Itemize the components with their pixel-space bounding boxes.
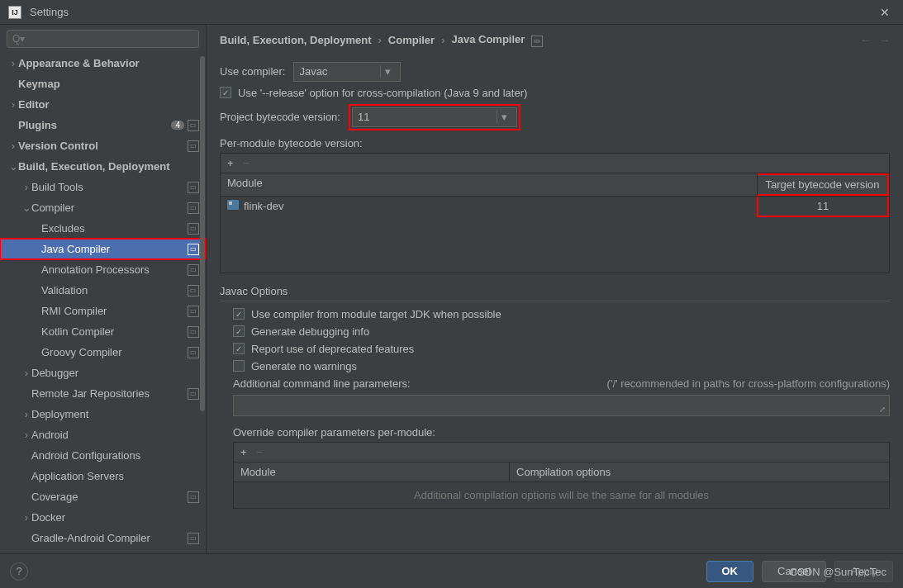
window-title: Settings (30, 6, 875, 18)
col2-module: Module (234, 462, 509, 481)
per-module-table: + − Module Target bytecode version flink… (220, 153, 890, 273)
module-cell[interactable]: flink-dev (221, 197, 757, 217)
sidebar-item-bed[interactable]: ⌄Build, Execution, Deployment (0, 156, 206, 177)
addl-params-input[interactable]: ⤢ (233, 395, 890, 416)
sidebar-item-excludes[interactable]: Excludes▭ (0, 218, 206, 239)
sidebar-item-android[interactable]: ›Android (0, 424, 206, 445)
nav-forward-icon[interactable]: → (879, 34, 890, 46)
sidebar-item-compiler[interactable]: ⌄Compiler▭ (0, 197, 206, 218)
project-scope-icon: ▭ (188, 533, 199, 544)
cancel-button[interactable]: Cancel (762, 561, 826, 582)
close-icon[interactable]: ✕ (875, 2, 895, 22)
project-scope-icon: ▭ (188, 306, 199, 317)
addl-params-label: Additional command line parameters: (233, 377, 411, 390)
search-input[interactable] (7, 30, 199, 48)
plugins-badge: 4 (171, 121, 184, 130)
sidebar-item-docker[interactable]: ›Docker (0, 507, 206, 528)
project-scope-icon: ▭ (188, 388, 199, 400)
module-icon (227, 200, 239, 210)
project-scope-icon: ▭ (188, 120, 199, 131)
target-bytecode-cell[interactable]: 11 (757, 197, 889, 217)
sidebar-item-kotlin[interactable]: Kotlin Compiler▭ (0, 321, 206, 342)
override-table: + − Module Compilation options Additiona… (233, 442, 890, 509)
addl-params-hint: ('/' recommended in paths for cross-plat… (607, 377, 890, 390)
sidebar-item-editor[interactable]: ›Editor (0, 94, 206, 115)
crumb-java-compiler: Java Compiler▭ (452, 33, 544, 47)
sidebar-item-remote-jar[interactable]: Remote Jar Repositories▭ (0, 383, 206, 404)
add-icon[interactable]: + (240, 446, 247, 458)
opt4-checkbox[interactable] (233, 360, 245, 372)
ok-button[interactable]: OK (706, 561, 754, 582)
sidebar-item-keymap[interactable]: Keymap (0, 74, 206, 94)
sidebar-item-appearance[interactable]: ›Appearance & Behavior (0, 53, 206, 74)
project-scope-icon: ▭ (188, 264, 199, 276)
sidebar-item-plugins[interactable]: Plugins4▭ (0, 115, 206, 135)
override-label: Override compiler parameters per-module: (220, 426, 890, 439)
add-icon[interactable]: + (227, 157, 234, 169)
sidebar-item-gradle-android[interactable]: Gradle-Android Compiler▭ (0, 528, 206, 548)
project-scope-icon: ▭ (188, 347, 199, 358)
chevron-down-icon: ▾ (380, 65, 395, 78)
crumb-compiler[interactable]: Compiler (388, 34, 435, 46)
chevron-down-icon: ▾ (497, 111, 511, 123)
opt1-checkbox[interactable] (233, 308, 245, 320)
project-scope-icon: ▭ (531, 36, 543, 47)
settings-sidebar: ›Appearance & Behavior Keymap ›Editor Pl… (0, 25, 207, 553)
project-bytecode-label: Project bytecode version: (220, 111, 340, 123)
opt3-checkbox[interactable] (233, 343, 245, 354)
sidebar-item-version-control[interactable]: ›Version Control▭ (0, 135, 206, 156)
release-option-checkbox[interactable] (220, 87, 231, 98)
project-scope-icon: ▭ (188, 140, 199, 152)
sidebar-item-groovy[interactable]: Groovy Compiler▭ (0, 342, 206, 363)
expand-icon[interactable]: ⤢ (879, 405, 886, 414)
titlebar: IJ Settings ✕ (0, 0, 903, 25)
project-bytecode-select[interactable]: 11 ▾ (352, 107, 517, 127)
opt2-checkbox[interactable] (233, 325, 245, 337)
release-option-label: Use '--release' option for cross-compila… (238, 87, 527, 99)
sidebar-item-deployment[interactable]: ›Deployment (0, 404, 206, 424)
sidebar-item-annotation[interactable]: Annotation Processors▭ (0, 259, 206, 280)
project-scope-icon: ▭ (188, 491, 199, 503)
sidebar-item-validation[interactable]: Validation▭ (0, 280, 206, 301)
per-module-label: Per-module bytecode version: (220, 137, 890, 149)
crumb-bed[interactable]: Build, Execution, Deployment (220, 34, 371, 46)
project-scope-icon: ▭ (188, 285, 199, 296)
nav-back-icon[interactable]: ← (860, 34, 871, 46)
sidebar-scrollbar[interactable] (200, 56, 205, 411)
project-scope-icon: ▭ (188, 182, 199, 193)
use-compiler-select[interactable]: Javac ▾ (293, 62, 401, 82)
use-compiler-label: Use compiler: (220, 65, 285, 78)
main-panel: Build, Execution, Deployment › Compiler … (207, 25, 903, 553)
sidebar-item-coverage[interactable]: Coverage▭ (0, 486, 206, 507)
remove-icon[interactable]: − (244, 157, 250, 169)
apply-button[interactable]: Apply (834, 561, 893, 582)
remove-icon[interactable]: − (257, 446, 264, 458)
sidebar-item-app-servers[interactable]: Application Servers (0, 466, 206, 486)
help-button[interactable]: ? (10, 562, 28, 581)
sidebar-item-build-tools[interactable]: ›Build Tools▭ (0, 177, 206, 197)
col2-opts: Compilation options (509, 462, 889, 481)
project-scope-icon: ▭ (188, 202, 199, 214)
project-scope-icon: ▭ (188, 223, 199, 235)
app-icon: IJ (8, 6, 21, 19)
javac-options-heading: Javac Options (220, 285, 890, 301)
sidebar-item-debugger[interactable]: ›Debugger (0, 363, 206, 383)
dialog-footer: ? OK Cancel Apply (0, 553, 903, 588)
override-placeholder: Additional compilation options will be t… (234, 482, 889, 508)
settings-tree: ›Appearance & Behavior Keymap ›Editor Pl… (0, 53, 206, 553)
breadcrumb: Build, Execution, Deployment › Compiler … (207, 25, 903, 50)
sidebar-item-java-compiler[interactable]: Java Compiler▭ (0, 239, 206, 259)
project-scope-icon: ▭ (188, 326, 199, 338)
sidebar-item-android-conf[interactable]: Android Configurations (0, 445, 206, 466)
col-target: Target bytecode version (757, 173, 889, 196)
project-scope-icon: ▭ (188, 244, 199, 255)
highlight-box: 11 ▾ (349, 104, 520, 130)
col-module: Module (221, 173, 757, 196)
sidebar-item-rmi[interactable]: RMI Compiler▭ (0, 301, 206, 321)
